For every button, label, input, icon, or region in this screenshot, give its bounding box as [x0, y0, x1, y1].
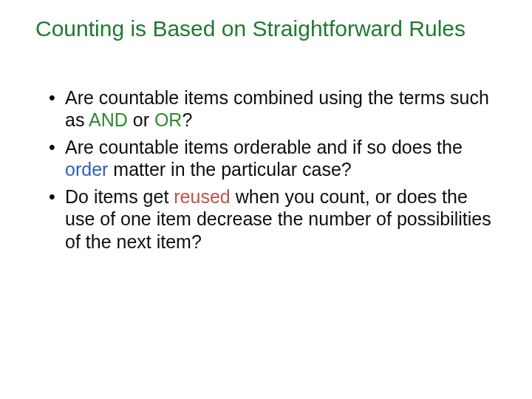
list-item: Are countable items combined using the t… — [49, 86, 492, 132]
bullet-list: Are countable items combined using the t… — [35, 86, 497, 253]
keyword-and: AND — [89, 109, 128, 130]
bullet-text: matter in the particular case? — [108, 159, 351, 180]
list-item: Do items get reused when you count, or d… — [49, 185, 492, 253]
slide-title: Counting is Based on Straightforward Rul… — [35, 16, 497, 42]
bullet-text: or — [128, 109, 154, 130]
bullet-text: Do items get — [65, 186, 174, 207]
keyword-or: OR — [154, 109, 183, 130]
keyword-order: order — [65, 159, 108, 180]
list-item: Are countable items orderable and if so … — [49, 136, 492, 181]
bullet-text: ? — [182, 109, 192, 130]
bullet-text: Are countable items orderable and if so … — [65, 137, 463, 157]
slide: Counting is Based on Straightforward Rul… — [0, 0, 532, 399]
keyword-reused: reused — [174, 186, 230, 207]
